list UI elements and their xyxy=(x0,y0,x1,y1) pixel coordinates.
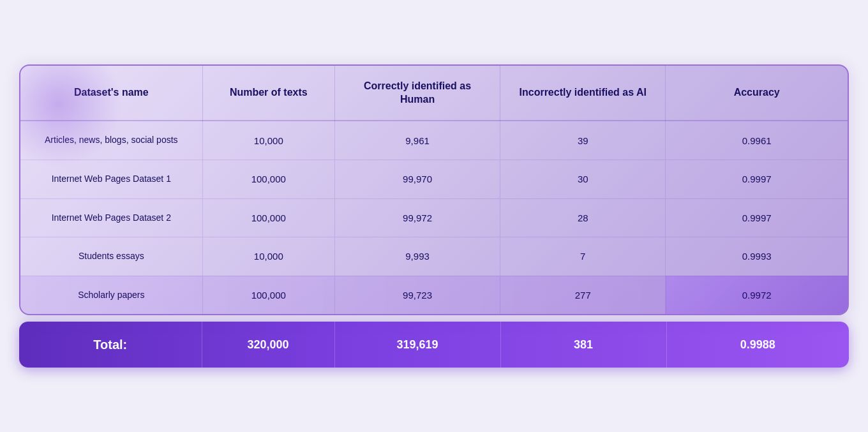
results-table: Dataset's name Number of texts Correctly… xyxy=(20,66,848,315)
cell-dataset-name: Students essays xyxy=(20,237,202,276)
cell-ai: 30 xyxy=(500,160,666,198)
cell-accuracy: 0.9961 xyxy=(666,121,848,160)
cell-human: 99,723 xyxy=(334,276,500,314)
cell-count: 10,000 xyxy=(202,237,334,276)
table-row: Internet Web Pages Dataset 1100,00099,97… xyxy=(20,160,848,198)
cell-count: 10,000 xyxy=(202,121,334,160)
cell-human: 9,961 xyxy=(334,121,500,160)
cell-dataset-name: Internet Web Pages Dataset 1 xyxy=(20,160,202,198)
cell-dataset-name: Internet Web Pages Dataset 2 xyxy=(20,198,202,237)
total-label: Total: xyxy=(19,322,202,368)
cell-dataset-name: Scholarly papers xyxy=(20,276,202,314)
cell-accuracy: 0.9993 xyxy=(666,237,848,276)
cell-count: 100,000 xyxy=(202,160,334,198)
total-row: Total: 320,000 319,619 381 0.9988 xyxy=(19,322,849,368)
cell-accuracy: 0.9997 xyxy=(666,160,848,198)
cell-accuracy: 0.9997 xyxy=(666,198,848,237)
table-row: Scholarly papers100,00099,7232770.9972 xyxy=(20,276,848,314)
cell-accuracy: 0.9972 xyxy=(666,276,848,314)
header-incorrectly-ai: Incorrectly identified as AI xyxy=(500,66,666,121)
total-count: 320,000 xyxy=(202,322,334,368)
table-row: Students essays10,0009,99370.9993 xyxy=(20,237,848,276)
header-accuracy: Accuracy xyxy=(666,66,848,121)
table-row: Articles, news, blogs, social posts10,00… xyxy=(20,121,848,160)
cell-human: 99,970 xyxy=(334,160,500,198)
total-bar: Total: 320,000 319,619 381 0.9988 xyxy=(19,322,849,368)
table-header-row: Dataset's name Number of texts Correctly… xyxy=(20,66,848,121)
cell-ai: 28 xyxy=(500,198,666,237)
cell-count: 100,000 xyxy=(202,198,334,237)
data-table-card: Dataset's name Number of texts Correctly… xyxy=(19,64,849,316)
cell-ai: 39 xyxy=(500,121,666,160)
total-ai: 381 xyxy=(500,322,666,368)
header-dataset-name: Dataset's name xyxy=(20,66,202,121)
cell-ai: 7 xyxy=(500,237,666,276)
cell-ai: 277 xyxy=(500,276,666,314)
cell-count: 100,000 xyxy=(202,276,334,314)
total-table: Total: 320,000 319,619 381 0.9988 xyxy=(19,322,849,368)
total-human: 319,619 xyxy=(334,322,500,368)
header-number-texts: Number of texts xyxy=(202,66,334,121)
total-accuracy: 0.9988 xyxy=(666,322,849,368)
table-row: Internet Web Pages Dataset 2100,00099,97… xyxy=(20,198,848,237)
cell-human: 9,993 xyxy=(334,237,500,276)
cell-human: 99,972 xyxy=(334,198,500,237)
page-wrapper: Dataset's name Number of texts Correctly… xyxy=(19,64,849,368)
header-correctly-human: Correctly identified as Human xyxy=(334,66,500,121)
cell-dataset-name: Articles, news, blogs, social posts xyxy=(20,121,202,160)
